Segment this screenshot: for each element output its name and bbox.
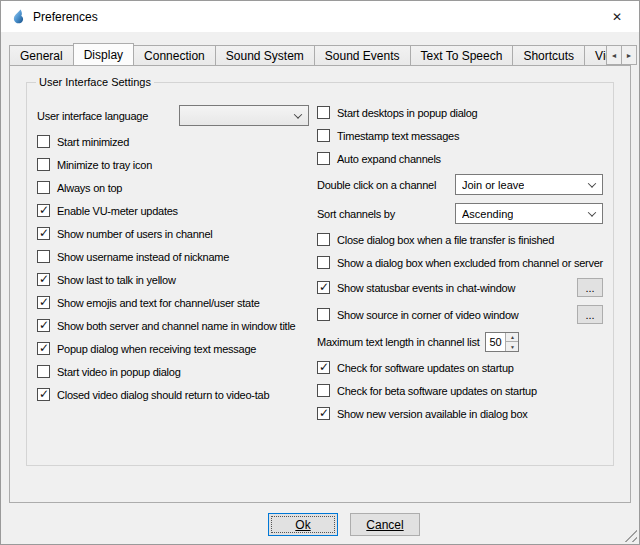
checkbox-timestamp-messages[interactable]: Timestamp text messages (317, 128, 603, 143)
statusbar-events-more-button[interactable]: ... (577, 278, 603, 297)
checkbox-box (317, 384, 330, 397)
app-icon (10, 9, 26, 25)
checkbox-minimize-to-tray[interactable]: Minimize to tray icon (37, 157, 309, 172)
sort-channels-select[interactable]: Ascending (455, 203, 603, 224)
checkbox-box (37, 342, 50, 355)
checkbox-box (317, 256, 330, 269)
checkbox-label: Enable VU-meter updates (57, 205, 178, 217)
spinner-buttons: ▲ ▼ (505, 333, 518, 351)
tab-sound-events[interactable]: Sound Events (314, 45, 411, 65)
checkbox-label: Minimize to tray icon (57, 159, 152, 171)
checkbox-box (317, 407, 330, 420)
checkbox-label: Show source in corner of video window (337, 309, 519, 321)
checkbox-box (317, 129, 330, 142)
checkbox-start-desktops-popup[interactable]: Start desktops in popup dialog (317, 105, 603, 120)
checkbox-last-to-talk-yellow[interactable]: Show last to talk in yellow (37, 272, 309, 287)
checkbox-label: Start video in popup dialog (57, 366, 181, 378)
checkbox-show-username[interactable]: Show username instead of nickname (37, 249, 309, 264)
checkbox-box (37, 319, 50, 332)
checkbox-box (37, 204, 50, 217)
spinner-value: 50 (486, 333, 505, 351)
double-click-label: Double click on a channel (317, 179, 436, 191)
checkbox-show-user-count[interactable]: Show number of users in channel (37, 226, 309, 241)
max-text-length-spinner[interactable]: 50 ▲ ▼ (485, 332, 519, 352)
user-interface-settings-group: User Interface Settings User interface l… (26, 82, 614, 466)
tab-strip: General Display Connection Sound System … (9, 42, 609, 65)
video-source-more-button[interactable]: ... (577, 305, 603, 324)
statusbar-events-row: Show statusbar events in chat-window ... (317, 278, 603, 297)
tab-display[interactable]: Display (73, 43, 134, 65)
preferences-window: Preferences ✕ General Display Connection… (0, 0, 640, 545)
checkbox-label: Start minimized (57, 136, 129, 148)
checkbox-label: Timestamp text messages (337, 130, 459, 142)
checkbox-close-on-transfer-finished[interactable]: Close dialog box when a file transfer is… (317, 232, 603, 247)
language-select[interactable] (179, 105, 309, 126)
display-tab-page: User Interface Settings User interface l… (9, 65, 631, 503)
spinner-down-icon[interactable]: ▼ (505, 342, 518, 351)
tab-scroll-left-icon[interactable]: ◄ (606, 45, 622, 65)
tab-shortcuts[interactable]: Shortcuts (512, 45, 585, 65)
tab-sound-system[interactable]: Sound System (215, 45, 315, 65)
sort-channels-row: Sort channels by Ascending (317, 203, 603, 224)
double-click-select[interactable]: Join or leave (455, 174, 603, 195)
checkbox-auto-expand-channels[interactable]: Auto expand channels (317, 151, 603, 166)
checkbox-box (317, 152, 330, 165)
checkbox-box (317, 361, 330, 374)
video-source-row: Show source in corner of video window ..… (317, 305, 603, 324)
max-text-length-label: Maximum text length in channel list (317, 336, 479, 348)
checkbox-box (317, 106, 330, 119)
close-button[interactable]: ✕ (595, 1, 639, 32)
checkbox-label: Always on top (57, 182, 122, 194)
checkbox-new-version-dialog[interactable]: Show new version available in dialog box (317, 406, 603, 421)
checkbox-label: Closed video dialog should return to vid… (57, 389, 269, 401)
titlebar[interactable]: Preferences ✕ (1, 1, 639, 32)
tab-general[interactable]: General (9, 45, 74, 65)
checkbox-box (37, 388, 50, 401)
checkbox-always-on-top[interactable]: Always on top (37, 180, 309, 195)
tab-scroll-right-icon[interactable]: ► (621, 45, 637, 65)
tab-text-to-speech[interactable]: Text To Speech (410, 45, 514, 65)
checkbox-label: Show new version available in dialog box (337, 408, 528, 420)
checkbox-statusbar-events[interactable]: Show statusbar events in chat-window (317, 280, 515, 295)
left-column: User interface language Start minimized … (37, 105, 309, 421)
language-label: User interface language (37, 110, 148, 122)
checkbox-vu-meter-updates[interactable]: Enable VU-meter updates (37, 203, 309, 218)
checkbox-closed-video-return[interactable]: Closed video dialog should return to vid… (37, 387, 309, 402)
dialog-buttons: Ok Cancel (25, 513, 640, 536)
checkbox-box (317, 308, 330, 321)
window-title: Preferences (33, 10, 98, 24)
checkbox-box (37, 227, 50, 240)
tab-bar: General Display Connection Sound System … (9, 44, 631, 65)
checkbox-check-updates[interactable]: Check for software updates on startup (317, 360, 603, 375)
double-click-row: Double click on a channel Join or leave (317, 174, 603, 195)
checkbox-label: Popup dialog when receiving text message (57, 343, 256, 355)
ok-button[interactable]: Ok (268, 513, 338, 536)
tab-scroller: ◄ ► (606, 45, 637, 65)
checkbox-server-channel-in-title[interactable]: Show both server and channel name in win… (37, 318, 309, 333)
checkbox-show-emojis[interactable]: Show emojis and text for channel/user st… (37, 295, 309, 310)
chevron-down-icon (588, 179, 596, 187)
checkbox-popup-text-message[interactable]: Popup dialog when receiving text message (37, 341, 309, 356)
cancel-button[interactable]: Cancel (350, 513, 420, 536)
checkbox-label: Start desktops in popup dialog (337, 107, 478, 119)
checkbox-dialog-when-excluded[interactable]: Show a dialog box when excluded from cha… (317, 255, 603, 270)
checkbox-video-source-corner[interactable]: Show source in corner of video window (317, 307, 519, 322)
group-title: User Interface Settings (36, 76, 154, 88)
checkbox-video-popup-dialog[interactable]: Start video in popup dialog (37, 364, 309, 379)
checkbox-label: Show username instead of nickname (57, 251, 229, 263)
tab-connection[interactable]: Connection (133, 45, 216, 65)
checkbox-label: Check for software updates on startup (337, 362, 514, 374)
checkbox-check-beta-updates[interactable]: Check for beta software updates on start… (317, 383, 603, 398)
chevron-down-icon (588, 208, 596, 216)
close-icon: ✕ (612, 10, 622, 24)
checkbox-label: Show last to talk in yellow (57, 274, 176, 286)
checkbox-box (37, 250, 50, 263)
checkbox-label: Show both server and channel name in win… (57, 320, 295, 332)
spinner-up-icon[interactable]: ▲ (505, 333, 518, 342)
checkbox-box (37, 296, 50, 309)
checkbox-start-minimized[interactable]: Start minimized (37, 134, 309, 149)
checkbox-box (317, 281, 330, 294)
checkbox-label: Show emojis and text for channel/user st… (57, 297, 260, 309)
checkbox-label: Show a dialog box when excluded from cha… (337, 257, 603, 269)
sort-channels-value: Ascending (462, 208, 513, 220)
